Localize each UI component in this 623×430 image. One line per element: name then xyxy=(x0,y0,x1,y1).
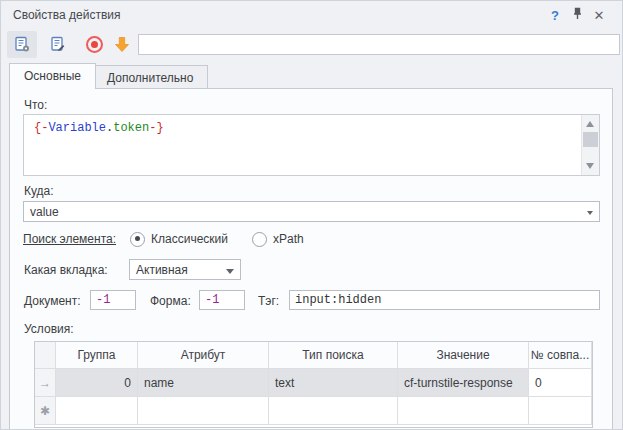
document-gear-icon xyxy=(14,36,31,53)
table-row-new[interactable]: ✱ xyxy=(35,397,592,425)
header-search-type[interactable]: Тип поиска xyxy=(269,342,398,369)
cell-match[interactable] xyxy=(529,397,592,425)
action-edit-button[interactable] xyxy=(43,31,73,58)
down-arrow-icon xyxy=(114,36,130,53)
header-match[interactable]: № совпа... xyxy=(529,342,592,369)
what-label: Что: xyxy=(24,98,47,112)
toolbar xyxy=(1,29,622,61)
help-icon[interactable]: ? xyxy=(544,8,566,23)
close-icon[interactable]: ✕ xyxy=(588,8,610,23)
tag-input[interactable] xyxy=(289,290,600,310)
where-label: Куда: xyxy=(24,184,54,198)
chevron-down-icon xyxy=(587,211,593,215)
window-title: Свойства действия xyxy=(13,8,544,22)
tab-panel: Что: {-Variable.token-} Куда: value Поис… xyxy=(9,88,613,430)
action-properties-dialog: Свойства действия ? ✕ xyxy=(0,0,623,430)
radio-xpath[interactable] xyxy=(252,232,267,247)
element-search-label[interactable]: Поиск элемента: xyxy=(23,232,116,246)
cell-match[interactable]: 0 xyxy=(529,369,592,397)
tab-main[interactable]: Основные xyxy=(9,63,96,89)
radio-classic[interactable] xyxy=(130,232,145,247)
tab-kind-value: Активная xyxy=(136,263,188,277)
header-group[interactable]: Группа xyxy=(56,342,138,369)
radio-classic-label[interactable]: Классический xyxy=(151,232,228,246)
table-header: Группа Атрибут Тип поиска Значение № сов… xyxy=(35,342,592,369)
cell-attribute[interactable]: name xyxy=(138,369,269,397)
header-attribute[interactable]: Атрибут xyxy=(138,342,269,369)
radio-xpath-label[interactable]: xPath xyxy=(273,232,304,246)
scroll-up-icon[interactable] xyxy=(586,121,594,127)
conditions-label: Условия: xyxy=(24,322,74,336)
document-input[interactable] xyxy=(90,290,136,310)
action-settings-button[interactable] xyxy=(7,31,37,58)
title-bar: Свойства действия ? ✕ xyxy=(1,1,622,29)
tag-label: Тэг: xyxy=(258,294,279,308)
record-icon xyxy=(86,36,103,53)
cell-search-type[interactable]: text xyxy=(269,369,398,397)
form-label: Форма: xyxy=(150,294,191,308)
tab-additional[interactable]: Дополнительно xyxy=(92,65,208,89)
textarea-scrollbar[interactable] xyxy=(581,115,599,175)
document-pencil-icon xyxy=(50,36,67,53)
row-marker-arrow-icon: → xyxy=(35,369,56,397)
cell-value[interactable]: cf-turnstile-response xyxy=(398,369,529,397)
cell-value[interactable] xyxy=(398,397,529,425)
tab-kind-label: Какая вкладка: xyxy=(24,263,108,277)
conditions-table: Группа Атрибут Тип поиска Значение № сов… xyxy=(34,341,593,428)
cell-group[interactable] xyxy=(56,397,138,425)
what-textarea[interactable]: {-Variable.token-} xyxy=(23,114,600,176)
scroll-down-icon[interactable] xyxy=(586,163,594,169)
form-input[interactable] xyxy=(199,290,245,310)
what-token: {-Variable.token-} xyxy=(34,121,164,135)
where-select-value: value xyxy=(30,205,59,219)
cell-group[interactable]: 0 xyxy=(56,369,138,397)
chevron-down-icon xyxy=(226,269,234,274)
tab-kind-select[interactable]: Активная xyxy=(129,259,241,280)
header-selector-cell xyxy=(35,342,56,369)
toolbar-input[interactable] xyxy=(138,34,620,55)
cell-attribute[interactable] xyxy=(138,397,269,425)
scroll-thumb[interactable] xyxy=(583,132,598,147)
pin-icon[interactable] xyxy=(566,7,588,23)
where-select[interactable]: value xyxy=(23,201,600,222)
document-label: Документ: xyxy=(24,294,81,308)
row-marker-new-icon: ✱ xyxy=(35,397,56,425)
table-row[interactable]: → 0 name text cf-turnstile-response 0 xyxy=(35,369,592,397)
cell-search-type[interactable] xyxy=(269,397,398,425)
element-search-row: Поиск элемента: Классический xPath xyxy=(23,231,304,247)
insert-value-button[interactable] xyxy=(107,31,137,58)
record-button[interactable] xyxy=(79,31,109,58)
header-value[interactable]: Значение xyxy=(398,342,529,369)
